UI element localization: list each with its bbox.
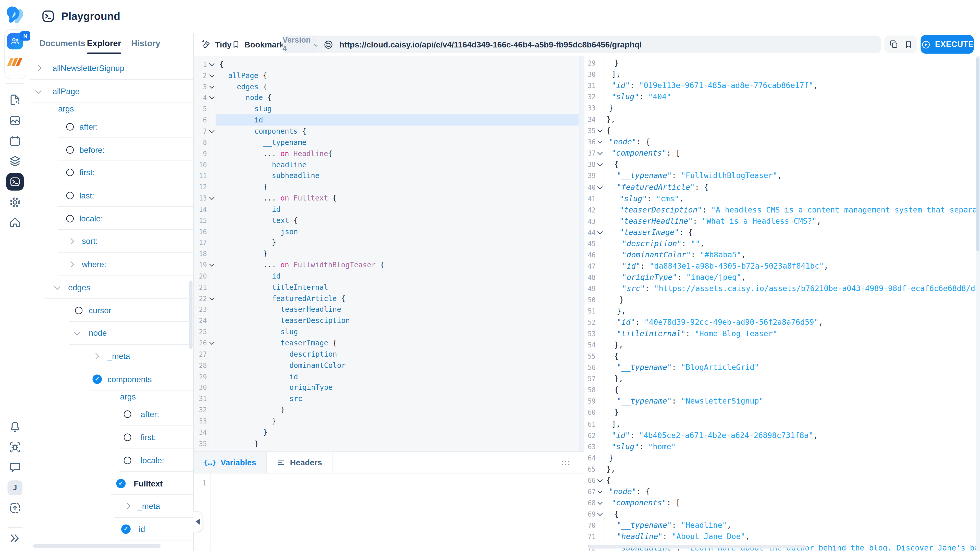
brand-stripes-icon[interactable] xyxy=(9,58,22,66)
tree-row-cursor[interactable]: cursor xyxy=(30,299,193,322)
workspace-card[interactable]: N xyxy=(4,29,26,79)
document-schema-icon[interactable] xyxy=(8,93,22,107)
tidy-button[interactable]: Tidy xyxy=(201,33,232,56)
chat-feedback-icon[interactable] xyxy=(8,460,22,474)
copy-icon[interactable] xyxy=(888,39,898,49)
tree-row-fulltext[interactable]: ✓Fulltext xyxy=(30,472,193,495)
collapse-sidebar-icon[interactable] xyxy=(9,532,22,546)
tree-row-before[interactable]: before: xyxy=(30,138,193,161)
editor-line-32[interactable]: 32} xyxy=(194,404,579,416)
fold-chevron-icon[interactable] xyxy=(597,161,603,167)
caisy-logo-icon[interactable] xyxy=(4,4,25,25)
fold-chevron-icon[interactable] xyxy=(597,511,603,516)
editor-line-10[interactable]: 10headline xyxy=(194,159,579,170)
editor-line-1[interactable]: 1{ xyxy=(194,59,579,70)
editor-vertical-scrollbar[interactable] xyxy=(579,56,584,451)
tree-row-args[interactable]: args xyxy=(30,391,193,403)
tab-explorer[interactable]: Explorer xyxy=(87,39,121,48)
editor-line-13[interactable]: 13... on Fulltext { xyxy=(194,192,579,204)
editor-line-34[interactable]: 34} xyxy=(194,427,579,438)
fold-chevron-icon[interactable] xyxy=(209,340,215,345)
editor-line-19[interactable]: 19... on FullwidthBlogTeaser { xyxy=(194,259,579,271)
editor-line-11[interactable]: 11subheadline xyxy=(194,170,579,181)
tree-row-locale[interactable]: locale: xyxy=(30,207,193,230)
editor-line-35[interactable]: 35} xyxy=(194,438,579,449)
bug-report-icon[interactable] xyxy=(8,441,22,454)
editor-line-20[interactable]: 20id xyxy=(194,270,579,282)
version-select[interactable]: Version 4 xyxy=(283,36,318,53)
tree-row-meta[interactable]: _meta xyxy=(30,345,193,368)
editor-line-4[interactable]: 4node { xyxy=(194,92,579,103)
tree-row-components[interactable]: ✓components xyxy=(30,368,193,391)
terminal-playground-icon[interactable] xyxy=(6,173,24,191)
tab-headers[interactable]: Headers xyxy=(267,452,333,473)
editor-line-33[interactable]: 33} xyxy=(194,416,579,427)
editor-line-27[interactable]: 27description xyxy=(194,348,579,360)
tree-row-last[interactable]: last: xyxy=(30,184,193,207)
editor-line-2[interactable]: 2allPage { xyxy=(194,70,579,81)
tree-row-id[interactable]: ✓id xyxy=(30,518,193,540)
tree-row-meta[interactable]: _meta xyxy=(30,495,193,518)
home-icon[interactable] xyxy=(8,216,22,229)
fold-chevron-icon[interactable] xyxy=(209,262,215,267)
fold-chevron-icon[interactable] xyxy=(209,295,215,300)
editor-line-7[interactable]: 7components { xyxy=(194,125,579,137)
response-horizontal-scrollbar[interactable] xyxy=(588,545,807,549)
editor-line-30[interactable]: 30originType xyxy=(194,382,579,393)
fold-chevron-icon[interactable] xyxy=(597,499,603,505)
bookmarks-button[interactable]: Bookmarks xyxy=(231,33,289,56)
share-export-icon[interactable] xyxy=(8,501,22,515)
tree-row-after[interactable]: after: xyxy=(30,115,193,138)
response-vertical-scrollbar[interactable] xyxy=(976,57,979,251)
bookmark-save-icon[interactable] xyxy=(904,40,913,49)
editor-line-28[interactable]: 28dominantColor xyxy=(194,360,579,371)
notifications-bell-icon[interactable] xyxy=(8,420,22,433)
workspace-users-icon[interactable]: N xyxy=(7,33,23,49)
fold-chevron-icon[interactable] xyxy=(597,150,603,156)
editor-line-12[interactable]: 12} xyxy=(194,181,579,192)
user-avatar[interactable]: J xyxy=(7,480,22,495)
fold-chevron-icon[interactable] xyxy=(209,72,215,77)
tree-row-sort[interactable]: sort: xyxy=(30,230,193,253)
editor-line-25[interactable]: 25slug xyxy=(194,326,579,338)
fold-chevron-icon[interactable] xyxy=(597,127,603,133)
tree-row-args[interactable]: args xyxy=(30,103,193,115)
tab-history[interactable]: History xyxy=(131,39,160,48)
tree-row-first[interactable]: first: xyxy=(30,426,193,449)
image-icon[interactable] xyxy=(8,114,22,127)
fold-chevron-icon[interactable] xyxy=(597,138,603,144)
fold-chevron-icon[interactable] xyxy=(597,184,603,189)
editor-line-8[interactable]: 8__typename xyxy=(194,137,579,148)
fold-chevron-icon[interactable] xyxy=(209,128,215,133)
drag-handle-icon[interactable] xyxy=(561,460,571,466)
fold-chevron-icon[interactable] xyxy=(209,61,215,66)
layers-icon[interactable] xyxy=(8,154,22,168)
collapse-panel-handle[interactable] xyxy=(193,511,203,532)
variables-editor[interactable]: 1 xyxy=(194,473,584,551)
fold-chevron-icon[interactable] xyxy=(209,83,215,89)
editor-line-9[interactable]: 9... on Headline{ xyxy=(194,148,579,159)
calendar-icon[interactable] xyxy=(8,135,22,148)
editor-line-23[interactable]: 23teaserHeadline xyxy=(194,304,579,315)
tree-row-allpage[interactable]: allPage xyxy=(30,80,193,103)
fold-chevron-icon[interactable] xyxy=(597,229,603,234)
tab-documents[interactable]: Documents xyxy=(39,39,85,48)
tree-row-locale[interactable]: locale: xyxy=(30,449,193,472)
editor-line-5[interactable]: 5slug xyxy=(194,103,579,114)
editor-line-21[interactable]: 21titleInternal xyxy=(194,282,579,293)
tree-row-node[interactable]: node xyxy=(30,322,193,345)
fold-chevron-icon[interactable] xyxy=(209,195,215,200)
query-editor[interactable]: 1{2allPage {3edges {4node {5slug6id7comp… xyxy=(194,56,579,451)
fold-chevron-icon[interactable] xyxy=(209,94,215,100)
editor-line-6[interactable]: 6id xyxy=(194,114,579,126)
tree-horizontal-scrollbar[interactable] xyxy=(33,544,161,548)
editor-line-24[interactable]: 24teaserDesciption xyxy=(194,315,579,326)
tree-row-allnewslettersignup[interactable]: allNewsletterSignup xyxy=(30,57,193,80)
tab-variables[interactable]: {…} Variables xyxy=(194,452,267,473)
tree-row-after[interactable]: after: xyxy=(30,403,193,426)
editor-line-18[interactable]: 18} xyxy=(194,248,579,259)
editor-line-16[interactable]: 16json xyxy=(194,226,579,237)
tree-row-edges[interactable]: edges xyxy=(30,276,193,299)
editor-line-17[interactable]: 17} xyxy=(194,237,579,248)
execute-button[interactable]: EXECUTE xyxy=(921,35,974,54)
